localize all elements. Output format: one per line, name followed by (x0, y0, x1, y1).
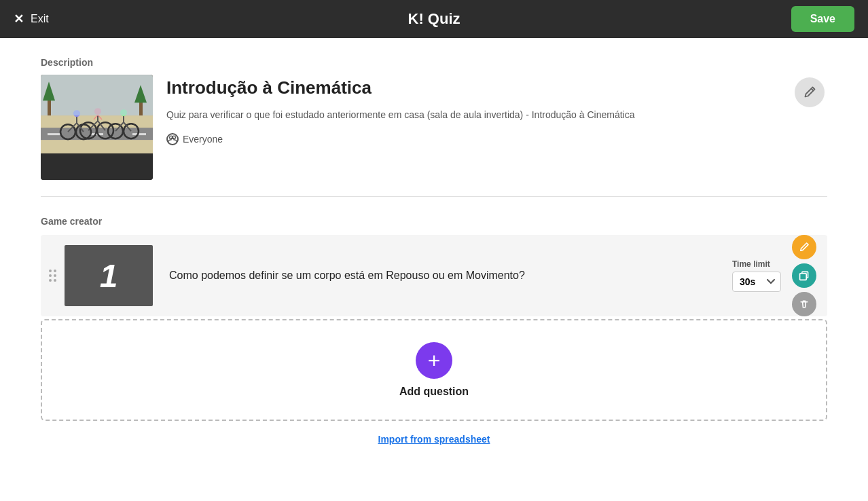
description-section-label: Description (41, 57, 827, 68)
time-limit-select[interactable]: 5s 10s 20s 30s 60s 90s 120s 240s (732, 272, 781, 292)
kahoot-logo: K! Quiz (408, 10, 460, 28)
svg-rect-5 (132, 133, 146, 135)
time-limit-label: Time limit (732, 259, 770, 269)
thumbnail-bottom (41, 153, 153, 180)
save-button[interactable]: Save (791, 6, 854, 32)
trash-icon (799, 299, 810, 310)
plus-icon: + (428, 350, 441, 371)
edit-icon (799, 242, 810, 253)
edit-question-button[interactable] (792, 235, 816, 259)
quiz-thumbnail (41, 75, 153, 180)
svg-rect-33 (800, 274, 807, 280)
exit-button[interactable]: ✕ Exit (14, 12, 49, 26)
drag-handle[interactable] (41, 235, 65, 316)
game-creator-section: Game creator 1 Como podemos definir se u… (41, 216, 827, 445)
question-card: 1 Como podemos definir se um corpo está … (41, 235, 827, 316)
question-number-box: 1 (65, 245, 153, 306)
quiz-info: Introdução à Cinemática Quiz para verifi… (166, 75, 827, 145)
edit-description-button[interactable] (795, 77, 825, 107)
import-link-row: Import from spreadsheet (41, 433, 827, 445)
topnav: ✕ Exit K! Quiz Save (0, 0, 868, 38)
delete-question-button[interactable] (792, 292, 816, 316)
svg-rect-3 (48, 133, 61, 135)
question-text: Como podemos definir se um corpo está em… (153, 255, 732, 296)
time-limit-group: Time limit 5s 10s 20s 30s 60s 90s 120s 2… (732, 259, 781, 292)
quiz-description: Quiz para verificar o que foi estudado a… (166, 108, 827, 122)
exit-x-icon: ✕ (14, 12, 24, 26)
drag-dots-icon (49, 270, 56, 282)
question-actions: Time limit 5s 10s 20s 30s 60s 90s 120s 2… (732, 235, 827, 316)
quiz-thumbnail-image (41, 75, 153, 153)
pencil-icon (803, 86, 816, 99)
exit-label: Exit (31, 13, 49, 25)
duplicate-question-button[interactable] (792, 263, 816, 288)
audience-icon (166, 133, 179, 145)
audience-label: Everyone (183, 134, 223, 145)
svg-rect-26 (41, 75, 153, 115)
question-number: 1 (100, 257, 118, 295)
logo-quiz: Quiz (428, 10, 460, 27)
add-question-label: Add question (399, 386, 469, 398)
logo-k: K! (408, 10, 423, 27)
svg-rect-27 (48, 98, 51, 115)
topnav-logo: K! Quiz (408, 10, 460, 28)
description-card: Introdução à Cinemática Quiz para verifi… (41, 75, 827, 197)
cycling-image-svg (41, 75, 153, 153)
add-question-area[interactable]: + Add question (41, 319, 827, 421)
copy-icon (799, 270, 810, 281)
quiz-audience: Everyone (166, 133, 827, 145)
game-creator-label: Game creator (41, 216, 827, 227)
add-question-button[interactable]: + (416, 342, 452, 379)
import-spreadsheet-button[interactable]: Import from spreadsheet (378, 434, 490, 445)
quiz-title: Introdução à Cinemática (166, 77, 827, 98)
main-content: Description (0, 38, 868, 472)
action-icons (792, 235, 816, 316)
svg-rect-29 (139, 100, 143, 115)
